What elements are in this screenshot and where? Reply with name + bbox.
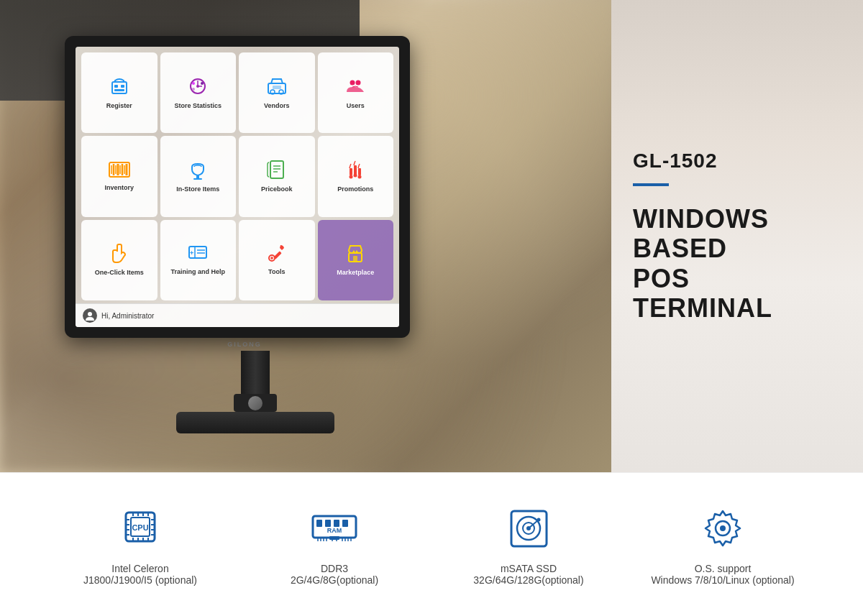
grid-item-pricebook[interactable]: Pricebook bbox=[239, 136, 315, 216]
ram-name: DDR3 bbox=[291, 563, 378, 574]
pos-menu-grid: Register bbox=[76, 47, 399, 303]
users-label: Users bbox=[347, 102, 365, 110]
spec-os: O.S. support Windows 7/8/10/Linux (optio… bbox=[644, 504, 802, 586]
svg-rect-35 bbox=[358, 168, 361, 175]
svg-rect-68 bbox=[334, 520, 339, 527]
os-icon-wrapper bbox=[694, 504, 752, 554]
svg-rect-2 bbox=[121, 85, 124, 88]
grid-item-training-help[interactable]: + Training and Help bbox=[160, 220, 237, 300]
spec-ram: RAM DDR3 2G/4G/8G(optional) bbox=[255, 504, 414, 586]
svg-rect-33 bbox=[350, 168, 352, 175]
instore-label: In-Store Items bbox=[176, 185, 219, 193]
stand-neck bbox=[241, 351, 270, 394]
grid-item-promotions[interactable]: Promotions bbox=[318, 136, 394, 216]
os-detail: Windows 7/8/10/Linux (optional) bbox=[651, 574, 794, 586]
svg-rect-0 bbox=[112, 82, 127, 93]
svg-rect-3 bbox=[114, 89, 124, 91]
stats-label: Store Statistics bbox=[174, 102, 222, 110]
product-title-line1: WINDOWS BASED bbox=[633, 204, 769, 263]
product-divider bbox=[633, 183, 669, 186]
oneclick-icon bbox=[110, 243, 129, 266]
brand-label: GILONG bbox=[43, 338, 446, 351]
os-spec-text: O.S. support Windows 7/8/10/Linux (optio… bbox=[651, 563, 794, 586]
instore-icon bbox=[188, 160, 207, 183]
register-icon bbox=[109, 76, 129, 99]
svg-point-45 bbox=[88, 312, 92, 316]
ssd-detail: 32G/64G/128G(optional) bbox=[473, 574, 583, 586]
stand-mount-circle bbox=[248, 396, 262, 410]
ssd-name: mSATA SSD bbox=[473, 563, 583, 574]
promotions-label: Promotions bbox=[337, 185, 373, 193]
stand-mount bbox=[234, 394, 277, 412]
ram-icon: RAM bbox=[309, 505, 360, 552]
svg-rect-34 bbox=[354, 165, 357, 175]
grid-item-users[interactable]: Users bbox=[318, 52, 394, 133]
svg-point-87 bbox=[536, 518, 540, 522]
svg-text:+: + bbox=[190, 249, 193, 257]
grid-item-inventory[interactable]: Inventory bbox=[81, 136, 157, 216]
users-icon bbox=[345, 76, 365, 99]
ssd-icon bbox=[506, 505, 552, 552]
ssd-spec-text: mSATA SSD 32G/64G/128G(optional) bbox=[473, 563, 583, 586]
svg-rect-69 bbox=[342, 520, 348, 527]
svg-text:RAM: RAM bbox=[327, 527, 342, 534]
training-icon: + bbox=[188, 244, 208, 265]
oneclick-label: One-Click Items bbox=[95, 269, 144, 277]
cpu-detail: J1800/J1900/I5 (optional) bbox=[83, 574, 197, 586]
grid-item-store-statistics[interactable]: Store Statistics bbox=[160, 52, 237, 133]
admin-avatar bbox=[83, 308, 97, 323]
grid-item-tools[interactable]: Tools bbox=[239, 220, 315, 300]
svg-rect-26 bbox=[270, 161, 283, 178]
svg-rect-44 bbox=[353, 256, 357, 262]
ram-spec-text: DDR3 2G/4G/8G(optional) bbox=[291, 563, 378, 586]
svg-rect-25 bbox=[193, 178, 202, 180]
pos-terminal: Register bbox=[43, 36, 446, 453]
vendors-icon bbox=[267, 76, 287, 99]
svg-point-8 bbox=[192, 88, 195, 91]
tools-icon bbox=[268, 244, 286, 265]
svg-rect-67 bbox=[325, 520, 331, 527]
training-label: Training and Help bbox=[170, 268, 225, 276]
cpu-name: Intel Celeron bbox=[83, 563, 197, 574]
cpu-spec-text: Intel Celeron J1800/J1900/I5 (optional) bbox=[83, 563, 197, 586]
grid-item-oneclick-items[interactable]: One-Click Items bbox=[81, 220, 157, 300]
grid-item-marketplace[interactable]: Marketplace bbox=[318, 220, 394, 300]
spec-ssd: mSATA SSD 32G/64G/128G(optional) bbox=[449, 504, 608, 586]
os-icon bbox=[700, 505, 746, 552]
pricebook-label: Pricebook bbox=[261, 185, 293, 193]
monitor-bezel: Register bbox=[65, 36, 410, 338]
product-model: GL-1502 bbox=[633, 150, 834, 173]
pricebook-icon bbox=[268, 160, 286, 183]
svg-rect-66 bbox=[316, 520, 322, 527]
svg-point-6 bbox=[192, 82, 195, 85]
svg-text:CPU: CPU bbox=[132, 523, 148, 532]
top-section: Register bbox=[0, 0, 863, 472]
promotions-icon bbox=[345, 160, 365, 183]
monitor-screen: Register bbox=[76, 47, 399, 327]
marketplace-icon bbox=[346, 243, 365, 266]
grid-item-register[interactable]: Register bbox=[81, 52, 157, 133]
svg-rect-1 bbox=[114, 85, 118, 88]
svg-point-7 bbox=[201, 82, 204, 85]
grid-item-vendors[interactable]: Vendors bbox=[239, 52, 315, 133]
svg-point-30 bbox=[350, 175, 353, 179]
register-label: Register bbox=[106, 102, 132, 110]
product-title-line2: POS TERMINAL bbox=[633, 264, 772, 323]
svg-point-13 bbox=[350, 80, 355, 85]
spec-cpu: CPU Intel Celeron J1800/J1900/I5 (option… bbox=[61, 504, 219, 586]
admin-greeting: Hi, Administrator bbox=[101, 312, 154, 320]
tools-label: Tools bbox=[268, 268, 285, 276]
product-title: WINDOWS BASED POS TERMINAL bbox=[633, 204, 834, 323]
pos-footer: Hi, Administrator bbox=[76, 303, 399, 327]
svg-point-89 bbox=[720, 525, 726, 531]
ram-icon-wrapper: RAM bbox=[306, 504, 363, 554]
svg-rect-12 bbox=[273, 86, 281, 89]
cpu-icon-wrapper: CPU bbox=[111, 504, 169, 554]
marketplace-label: Marketplace bbox=[337, 269, 374, 277]
svg-rect-70 bbox=[329, 536, 339, 540]
monitor-stand bbox=[65, 351, 446, 433]
os-name: O.S. support bbox=[651, 563, 794, 574]
svg-point-5 bbox=[196, 85, 199, 88]
grid-item-instore-items[interactable]: In-Store Items bbox=[160, 136, 237, 216]
pos-app-screen: Register bbox=[76, 47, 399, 327]
